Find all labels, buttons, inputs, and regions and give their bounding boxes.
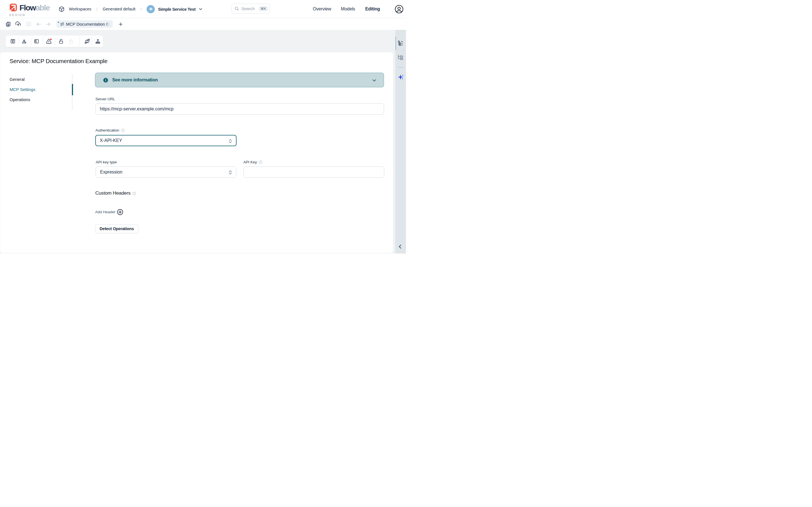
svg-text:?: ?	[260, 161, 261, 163]
svg-text:?: ?	[122, 129, 123, 131]
svg-text:?: ?	[134, 192, 135, 194]
